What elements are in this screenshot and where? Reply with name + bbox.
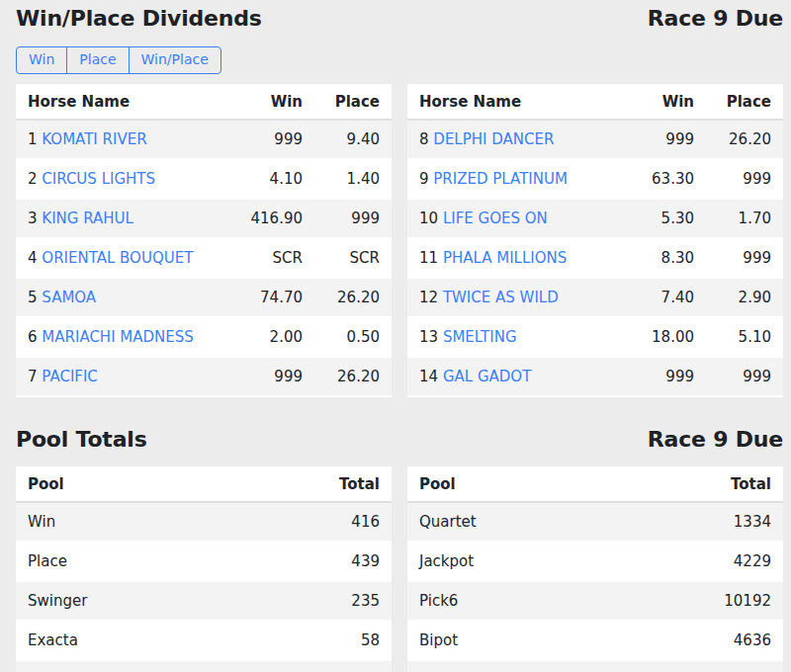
horse-name-link[interactable]: CIRCUS LIGHTS [42,170,155,188]
horse-name-cell: 5 SAMOA [16,278,220,317]
horse-row: 13 SMELTING18.005.10 [407,317,783,357]
dividends-race-status: Race 9 Due [648,6,783,31]
horse-name-link[interactable]: KOMATI RIVER [42,130,146,148]
horse-name-link[interactable]: GAL GADOT [443,368,531,385]
horse-row: 8 DELPHI DANCER99926.20 [407,120,783,159]
column-header-horse-name: Horse Name [407,84,612,120]
tab-win[interactable]: Win [16,46,67,74]
column-header-horse-name: Horse Name [16,84,220,120]
horse-number: 12 [419,289,438,306]
pool-name: Pick6 [407,581,674,621]
place-dividend: 26.20 [314,357,392,396]
place-dividend: 999 [706,159,783,199]
horse-name-cell: 10 LIFE GOES ON [407,199,612,238]
horse-name-cell: 7 PACIFIC [16,357,220,396]
horse-row: 14 GAL GADOT999999 [407,357,783,396]
horse-row: 1 KOMATI RIVER9999.40 [16,120,392,159]
horse-row: 4 ORIENTAL BOUQUETSCRSCR [16,238,392,278]
place-dividend: SCR [314,238,392,278]
win-dividend: 8.30 [612,238,706,278]
win-dividend: 74.70 [220,278,314,317]
pool-row: Trifecta336 [16,660,392,672]
win-dividend: 7.40 [612,278,706,317]
dividends-page: Win/Place Dividends Race 9 Due Win Place… [0,0,791,672]
win-dividend: 4.10 [220,159,314,199]
horse-row: 7 PACIFIC99926.20 [16,357,392,396]
pool-total: 439 [283,542,392,581]
horse-name-cell: 9 PRIZED PLATINUM [407,159,612,199]
pools-table-right: Pool Total Quartet1334Jackpot4229Pick610… [407,466,783,672]
horse-name-link[interactable]: MARIACHI MADNESS [42,328,194,346]
tab-place[interactable]: Place [66,46,129,74]
horse-number: 4 [28,249,38,267]
horse-name-cell: 8 DELPHI DANCER [407,120,612,159]
horse-name-link[interactable]: PHALA MILLIONS [443,249,567,267]
horse-name-cell: 13 SMELTING [407,317,612,357]
horse-row: 12 TWICE AS WILD7.402.90 [407,278,783,317]
horse-row: 6 MARIACHI MADNESS2.000.50 [16,317,392,357]
pool-name: Bipot [407,621,674,660]
dividend-type-tabs: Win Place Win/Place [16,46,221,74]
dividends-table-right: Horse Name Win Place 8 DELPHI DANCER9992… [407,84,783,397]
horse-row: 3 KING RAHUL416.90999 [16,199,392,238]
horse-name-cell: 4 ORIENTAL BOUQUET [16,238,220,278]
horse-name-cell: 12 TWICE AS WILD [407,278,612,317]
dividends-section-header: Win/Place Dividends Race 9 Due [16,6,783,36]
column-header-pool: Pool [407,466,674,502]
horse-name-link[interactable]: KING RAHUL [42,210,133,227]
tab-win-place[interactable]: Win/Place [129,46,221,74]
place-dividend: 26.20 [706,120,783,159]
horse-number: 11 [419,249,438,267]
horse-name-link[interactable]: LIFE GOES ON [443,210,548,227]
horse-name-link[interactable]: SAMOA [42,289,96,306]
horse-number: 1 [28,130,38,148]
horse-name-link[interactable]: TWICE AS WILD [443,289,559,306]
horse-name-link[interactable]: PACIFIC [42,368,98,385]
horse-name-link[interactable]: PRIZED PLATINUM [433,170,568,188]
column-header-win: Win [612,84,706,120]
pool-name: Quartet [407,502,674,542]
win-dividend: 999 [612,120,706,159]
place-dividend: 1.40 [314,159,392,199]
pool-total: 1334 [674,502,783,542]
pool-total: 4636 [674,621,783,660]
horse-row: 10 LIFE GOES ON5.301.70 [407,199,783,238]
horse-name-cell: 3 KING RAHUL [16,199,220,238]
horse-number: 5 [28,289,38,306]
win-dividend: 999 [220,120,314,159]
pool-name: Exacta [16,621,283,660]
win-dividend: 5.30 [612,199,706,238]
pool-total: 58 [283,621,392,660]
pool-row: Exacta58 [16,621,392,660]
pool-name: Trifecta [16,660,283,672]
pool-row: Win416 [16,502,392,542]
horse-number: 13 [419,328,438,346]
win-dividend: 2.00 [220,317,314,357]
horse-name-link[interactable]: DELPHI DANCER [433,130,554,148]
pools-tables: Pool Total Win416Place439Swinger235Exact… [16,466,783,672]
pool-name: Swinger [16,581,283,621]
dividends-section: Win/Place Dividends Race 9 Due Win Place… [16,6,783,397]
pools-table-left: Pool Total Win416Place439Swinger235Exact… [16,466,392,672]
horse-number: 8 [419,130,429,148]
place-dividend: 999 [314,199,392,238]
horse-row: 5 SAMOA74.7026.20 [16,278,392,317]
pool-total: 235 [283,581,392,621]
win-dividend: 63.30 [612,159,706,199]
win-dividend: 416.90 [220,199,314,238]
horse-number: 3 [28,210,38,227]
place-dividend: 999 [706,357,783,396]
horse-name-link[interactable]: ORIENTAL BOUQUET [42,249,193,267]
horse-number: 14 [419,368,438,385]
pool-row: Bipot4636 [407,621,783,660]
column-header-total: Total [283,466,392,502]
horse-row: 11 PHALA MILLIONS8.30999 [407,238,783,278]
horse-name-link[interactable]: SMELTING [443,328,517,346]
pool-row: Place439 [16,542,392,581]
horse-number: 2 [28,170,38,188]
pool-name: Win [16,502,283,542]
pool-total: 10192 [674,581,783,621]
dividends-table-left: Horse Name Win Place 1 KOMATI RIVER9999.… [16,84,392,397]
pools-race-status: Race 9 Due [648,427,783,452]
column-header-total: Total [674,466,783,502]
